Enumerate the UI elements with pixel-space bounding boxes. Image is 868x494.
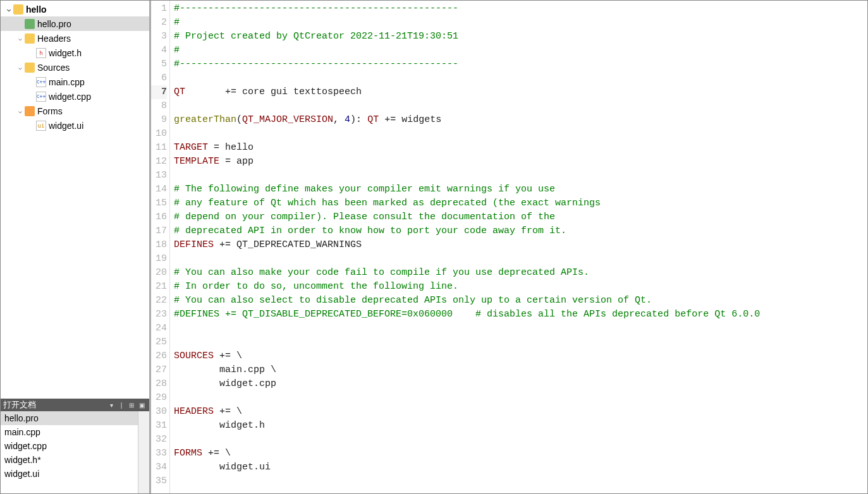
code-line[interactable] bbox=[174, 391, 867, 405]
dropdown-icon[interactable]: ▾ bbox=[106, 400, 116, 410]
line-number: 1 bbox=[151, 2, 167, 16]
chevron-down-icon[interactable] bbox=[27, 78, 36, 87]
code-line[interactable]: # bbox=[174, 44, 867, 57]
line-number: 35 bbox=[151, 474, 167, 488]
code-line[interactable]: main.cpp \ bbox=[174, 363, 867, 377]
open-doc-item[interactable]: widget.cpp bbox=[1, 439, 138, 453]
line-number: 6 bbox=[151, 71, 167, 85]
line-number: 13 bbox=[151, 169, 167, 183]
code-line[interactable]: widget.h bbox=[174, 419, 867, 433]
code-line[interactable]: widget.ui bbox=[174, 461, 867, 474]
open-doc-item[interactable]: hello.pro bbox=[1, 411, 138, 425]
code-line[interactable]: #---------------------------------------… bbox=[174, 2, 867, 16]
tree-item-label: hello bbox=[26, 4, 47, 15]
line-number: 7 bbox=[151, 85, 167, 99]
tree-item-label: Headers bbox=[37, 33, 71, 44]
line-number: 34 bbox=[151, 461, 167, 474]
chevron-down-icon[interactable]: ⌵ bbox=[16, 107, 25, 116]
line-number-gutter: 1234567891011121314151617181920212223242… bbox=[151, 1, 170, 493]
tree-file-widget-ui[interactable]: uiwidget.ui bbox=[1, 118, 149, 133]
project-file[interactable]: hello.pro bbox=[1, 16, 149, 31]
line-number: 8 bbox=[151, 99, 167, 113]
line-number: 11 bbox=[151, 141, 167, 155]
tree-file-main-cpp[interactable]: c++main.cpp bbox=[1, 75, 149, 89]
code-line[interactable]: TEMPLATE = app bbox=[174, 155, 867, 169]
line-number: 29 bbox=[151, 391, 167, 405]
code-line[interactable]: # The following define makes your compil… bbox=[174, 183, 867, 196]
code-editor[interactable]: 1234567891011121314151617181920212223242… bbox=[151, 1, 867, 493]
line-number: 16 bbox=[151, 210, 167, 224]
code-line[interactable] bbox=[174, 71, 867, 85]
code-line[interactable] bbox=[174, 252, 867, 266]
tree-item-label: widget.h bbox=[49, 48, 82, 58]
code-line[interactable]: #DEFINES += QT_DISABLE_DEPRECATED_BEFORE… bbox=[174, 308, 867, 322]
code-line[interactable]: FORMS += \ bbox=[174, 447, 867, 461]
code-line[interactable] bbox=[174, 322, 867, 335]
tree-group-headers[interactable]: ⌵Headers bbox=[1, 31, 149, 45]
open-documents-list[interactable]: hello.promain.cppwidget.cppwidget.h*widg… bbox=[1, 411, 138, 493]
code-line[interactable]: # You can also make your code fail to co… bbox=[174, 266, 867, 280]
tree-file-widget-h[interactable]: hwidget.h bbox=[1, 45, 149, 60]
code-line[interactable]: # In order to do so, uncomment the follo… bbox=[174, 280, 867, 294]
code-line[interactable]: # depend on your compiler). Please consu… bbox=[174, 210, 867, 224]
open-documents-scrollbar[interactable] bbox=[138, 411, 149, 493]
chevron-down-icon[interactable]: ⌵ bbox=[16, 63, 25, 72]
code-line[interactable]: # Project created by QtCreator 2022-11-2… bbox=[174, 30, 867, 44]
code-line[interactable]: TARGET = hello bbox=[174, 141, 867, 155]
code-line[interactable] bbox=[174, 127, 867, 141]
chevron-down-icon[interactable]: ⌵ bbox=[16, 34, 25, 43]
line-number: 9 bbox=[151, 113, 167, 127]
line-number: 21 bbox=[151, 280, 167, 294]
file-cpp-icon: c++ bbox=[36, 77, 46, 87]
line-number: 4 bbox=[151, 44, 167, 57]
line-number: 22 bbox=[151, 294, 167, 308]
forms-icon bbox=[25, 106, 35, 116]
code-line[interactable] bbox=[174, 99, 867, 113]
open-doc-item[interactable]: widget.h* bbox=[1, 453, 138, 467]
tree-group-forms[interactable]: ⌵Forms bbox=[1, 104, 149, 118]
code-line[interactable]: HEADERS += \ bbox=[174, 405, 867, 419]
line-number: 2 bbox=[151, 16, 167, 30]
chevron-down-icon[interactable] bbox=[27, 92, 36, 101]
code-line[interactable]: greaterThan(QT_MAJOR_VERSION, 4): QT += … bbox=[174, 113, 867, 127]
open-doc-item[interactable]: widget.ui bbox=[1, 467, 138, 481]
chevron-down-icon[interactable]: ⌵ bbox=[4, 5, 13, 14]
code-line[interactable] bbox=[174, 474, 867, 488]
line-number: 24 bbox=[151, 322, 167, 335]
code-area[interactable]: #---------------------------------------… bbox=[170, 1, 867, 493]
file-cpp-icon: c++ bbox=[36, 92, 46, 102]
line-number: 17 bbox=[151, 224, 167, 238]
code-line[interactable]: QT += core gui texttospeech bbox=[174, 85, 867, 99]
file-h-icon: h bbox=[36, 48, 46, 58]
open-documents-pane: hello.promain.cppwidget.cppwidget.h*widg… bbox=[1, 411, 149, 493]
tree-item-label: Sources bbox=[37, 63, 70, 73]
line-number: 15 bbox=[151, 196, 167, 210]
code-line[interactable]: DEFINES += QT_DEPRECATED_WARNINGS bbox=[174, 238, 867, 252]
tree-item-label: widget.cpp bbox=[49, 92, 91, 102]
split-icon[interactable]: ⊞ bbox=[126, 400, 137, 410]
code-line[interactable]: SOURCES += \ bbox=[174, 349, 867, 363]
chevron-down-icon[interactable] bbox=[27, 49, 36, 57]
code-line[interactable]: widget.cpp bbox=[174, 377, 867, 391]
chevron-down-icon[interactable] bbox=[27, 121, 36, 130]
file-ui-icon: ui bbox=[36, 121, 46, 131]
code-line[interactable]: # You can also select to disable depreca… bbox=[174, 294, 867, 308]
chevron-down-icon[interactable] bbox=[16, 20, 25, 28]
code-line[interactable] bbox=[174, 169, 867, 183]
project-root[interactable]: ⌵hello bbox=[1, 2, 149, 16]
close-pane-icon[interactable]: ▣ bbox=[137, 400, 147, 410]
code-line[interactable]: # any feature of Qt which has been marke… bbox=[174, 196, 867, 210]
tree-group-sources[interactable]: ⌵Sources bbox=[1, 60, 149, 75]
tree-file-widget-cpp[interactable]: c++widget.cpp bbox=[1, 89, 149, 104]
code-line[interactable]: #---------------------------------------… bbox=[174, 57, 867, 71]
code-line[interactable] bbox=[174, 335, 867, 349]
code-line[interactable]: # deprecated API in order to know how to… bbox=[174, 224, 867, 238]
code-line[interactable]: # bbox=[174, 16, 867, 30]
line-number: 19 bbox=[151, 252, 167, 266]
line-number: 12 bbox=[151, 155, 167, 169]
sidebar: ⌵hellohello.pro⌵Headershwidget.h⌵Sources… bbox=[1, 1, 151, 493]
open-doc-item[interactable]: main.cpp bbox=[1, 425, 138, 439]
open-documents-title: 打开文档 bbox=[3, 399, 36, 411]
project-tree[interactable]: ⌵hellohello.pro⌵Headershwidget.h⌵Sources… bbox=[1, 1, 149, 399]
code-line[interactable] bbox=[174, 433, 867, 447]
